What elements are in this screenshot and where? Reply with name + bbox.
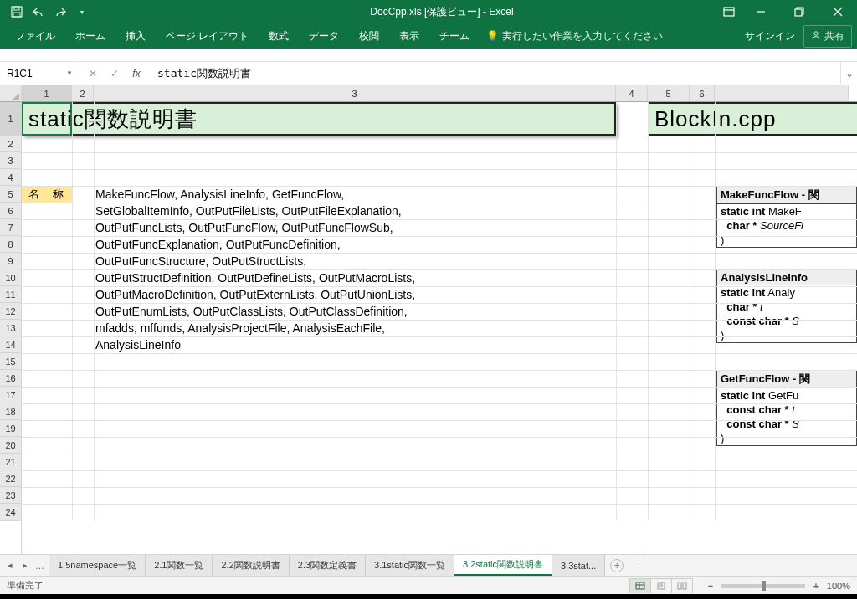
- new-sheet-button[interactable]: +: [605, 555, 629, 576]
- col-header-3[interactable]: 3: [94, 85, 616, 101]
- function-list-line[interactable]: OutPutMacroDefinition, OutPutExternLists…: [95, 286, 415, 303]
- row-header-20[interactable]: 20: [0, 437, 21, 454]
- sheet-tab[interactable]: 2.3関数定義書: [290, 555, 366, 576]
- function-list-line[interactable]: SetGlobalItemInfo, OutPutFileLists, OutP…: [95, 203, 402, 219]
- code-block-line: ): [717, 328, 856, 342]
- select-all-button[interactable]: [0, 85, 21, 102]
- tab-nav-more-button[interactable]: …: [33, 561, 46, 571]
- function-list-line[interactable]: OutPutEnumLists, OutPutClassLists, OutPu…: [95, 303, 408, 320]
- sheet-tab[interactable]: 3.2static関数説明書: [454, 555, 552, 576]
- row-header-19[interactable]: 19: [0, 420, 21, 437]
- row-header-15[interactable]: 15: [0, 353, 21, 370]
- tell-me-box[interactable]: 💡 実行したい作業を入力してください: [486, 29, 663, 44]
- sheet-tab[interactable]: 1.5namespace一覧: [49, 555, 146, 576]
- horizontal-scrollbar[interactable]: [649, 555, 857, 576]
- function-list-line[interactable]: MakeFuncFlow, AnalysisLineInfo, GetFuncF…: [95, 186, 344, 203]
- normal-view-button[interactable]: [629, 578, 651, 593]
- code-block-line: const char * t: [717, 403, 856, 417]
- name-box-dropdown-icon[interactable]: ▼: [66, 69, 73, 77]
- tab-home[interactable]: ホーム: [65, 23, 115, 49]
- zoom-in-button[interactable]: +: [810, 581, 822, 591]
- sheet-tab[interactable]: 2.2関数説明書: [213, 555, 289, 576]
- col-header-rest[interactable]: [715, 85, 849, 101]
- code-definition-block[interactable]: MakeFuncFlow - 関static int MakeF char * …: [716, 186, 857, 248]
- code-definition-block[interactable]: AnalysisLineInfostatic int Analy char * …: [716, 270, 857, 343]
- formula-input[interactable]: static関数説明書: [149, 66, 840, 81]
- row-header-10[interactable]: 10: [0, 270, 21, 286]
- restore-button[interactable]: [780, 0, 819, 23]
- row-header-1[interactable]: 1: [0, 102, 21, 136]
- row-header-5[interactable]: 5: [0, 186, 21, 203]
- row-header-13[interactable]: 13: [0, 320, 21, 336]
- row-header-23[interactable]: 23: [0, 487, 21, 504]
- row-header-11[interactable]: 11: [0, 286, 21, 303]
- share-button[interactable]: 共有: [803, 25, 852, 48]
- status-ready: 準備完了: [7, 579, 630, 592]
- function-list-line[interactable]: mfadds, mffunds, AnalysisProjectFile, An…: [95, 320, 385, 336]
- cancel-formula-button[interactable]: ✕: [84, 68, 102, 80]
- function-list-line[interactable]: OutPutFuncStructure, OutPutStructLists,: [95, 253, 306, 270]
- title-cell-left[interactable]: static関数説明書: [22, 102, 616, 136]
- zoom-out-button[interactable]: −: [705, 581, 716, 591]
- page-layout-view-button[interactable]: [650, 578, 672, 593]
- sheet-tab[interactable]: 3.1static関数一覧: [366, 555, 454, 576]
- row-header-7[interactable]: 7: [0, 219, 21, 236]
- row-header-9[interactable]: 9: [0, 253, 21, 270]
- col-header-1[interactable]: 1: [22, 85, 72, 101]
- tab-formulas[interactable]: 数式: [259, 23, 299, 49]
- row-header-17[interactable]: 17: [0, 387, 21, 403]
- row-header-8[interactable]: 8: [0, 236, 21, 253]
- name-label-cell[interactable]: 名 称: [22, 186, 72, 203]
- col-header-2[interactable]: 2: [72, 85, 94, 101]
- tab-nav-next-button[interactable]: ▸: [18, 560, 32, 571]
- undo-button[interactable]: [28, 3, 49, 21]
- window-title: DocCpp.xls [保護ビュー] - Excel: [167, 5, 716, 19]
- ribbon-options-button[interactable]: [716, 0, 742, 23]
- insert-function-button[interactable]: fx: [127, 68, 146, 80]
- function-list-line[interactable]: AnalysisLineInfo: [95, 336, 181, 353]
- enter-formula-button[interactable]: ✓: [105, 68, 124, 80]
- col-header-5[interactable]: 5: [648, 85, 690, 101]
- page-break-view-button[interactable]: [671, 578, 693, 593]
- expand-formula-bar-button[interactable]: ⌄: [840, 62, 857, 85]
- title-cell-right[interactable]: BlockIn.cpp: [648, 102, 857, 136]
- tab-data[interactable]: データ: [299, 23, 349, 49]
- zoom-level[interactable]: 100%: [827, 581, 850, 591]
- function-list-line[interactable]: OutPutFuncLists, OutPutFuncFlow, OutPutF…: [95, 219, 393, 236]
- svg-rect-3: [724, 8, 734, 16]
- row-header-24[interactable]: 24: [0, 504, 21, 521]
- row-header-4[interactable]: 4: [0, 169, 21, 186]
- col-header-6[interactable]: 6: [690, 85, 715, 101]
- function-list-line[interactable]: OutPutStructDefinition, OutPutDefineList…: [95, 270, 415, 286]
- row-header-12[interactable]: 12: [0, 303, 21, 320]
- row-header-21[interactable]: 21: [0, 454, 21, 470]
- save-button[interactable]: [7, 3, 27, 21]
- tab-view[interactable]: 表示: [389, 23, 429, 49]
- row-header-22[interactable]: 22: [0, 470, 21, 487]
- tab-page-layout[interactable]: ページ レイアウト: [156, 23, 259, 49]
- close-button[interactable]: [819, 0, 857, 23]
- minimize-button[interactable]: [742, 0, 780, 23]
- sheet-tab[interactable]: 3.3stat: [552, 555, 605, 576]
- sheet-tab[interactable]: 2.1関数一覧: [146, 555, 213, 576]
- zoom-slider[interactable]: [721, 584, 805, 588]
- row-header-3[interactable]: 3: [0, 152, 21, 169]
- row-header-6[interactable]: 6: [0, 203, 21, 219]
- signin-link[interactable]: サインイン: [736, 29, 803, 44]
- row-header-2[interactable]: 2: [0, 136, 21, 152]
- sheet-tab-menu-button[interactable]: ⋮: [629, 555, 649, 576]
- col-header-4[interactable]: 4: [616, 85, 648, 101]
- qat-customize-button[interactable]: ▾: [72, 3, 92, 21]
- tab-team[interactable]: チーム: [429, 23, 480, 49]
- tab-file[interactable]: ファイル: [5, 23, 65, 49]
- row-header-14[interactable]: 14: [0, 336, 21, 353]
- name-box[interactable]: R1C1 ▼: [0, 62, 80, 85]
- tab-nav-first-button[interactable]: ◂: [3, 560, 17, 571]
- tab-insert[interactable]: 挿入: [115, 23, 156, 49]
- tab-review[interactable]: 校閲: [349, 23, 389, 49]
- code-definition-block[interactable]: GetFuncFlow - 関static int GetFu const ch…: [716, 370, 857, 446]
- row-header-16[interactable]: 16: [0, 370, 21, 387]
- function-list-line[interactable]: OutPutFuncExplanation, OutPutFuncDefinit…: [95, 236, 341, 253]
- row-header-18[interactable]: 18: [0, 403, 21, 420]
- redo-button[interactable]: [50, 3, 70, 21]
